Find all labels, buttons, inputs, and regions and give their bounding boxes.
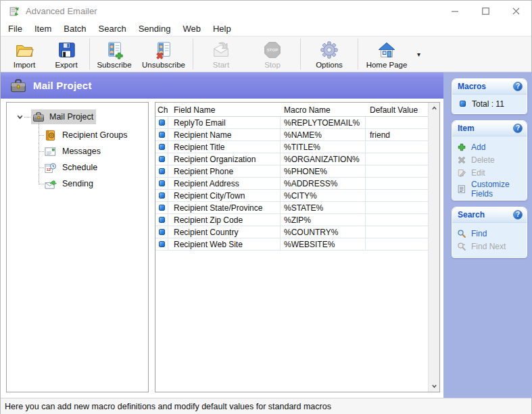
scroll-up-icon[interactable] [429,103,439,114]
subscribe-button[interactable]: Subscribe [92,37,137,71]
menu-file[interactable]: File [2,22,28,35]
default-value-cell[interactable] [366,117,428,128]
status-bar: Here you can add new macro definitions a… [1,398,531,414]
options-button[interactable]: Options [303,37,356,71]
column-header-default[interactable]: Default Value [366,105,428,115]
page-header: Mail Project [1,72,443,99]
default-value-cell[interactable]: friend [366,129,428,140]
table-row[interactable]: Recipient Web Site %WEBSITE% [155,238,428,251]
table-row[interactable]: Recipient Zip Code %ZIP% [155,214,428,226]
stop-sign-icon: STOP [262,40,283,60]
home-page-dropdown-icon[interactable]: ▾ [417,51,420,58]
customize-fields-action[interactable]: Customize Fields [457,182,523,195]
main-area: Mail Project Recipient Groups [1,99,443,398]
checkbox-icon[interactable] [159,156,165,162]
checkbox-icon[interactable] [159,144,165,150]
tree-node-messages[interactable]: Messages [7,143,148,159]
send-mail-icon [211,40,231,60]
table-row[interactable]: Recipient Organization %ORGANIZATION% [155,153,428,165]
table-body: ReplyTo Email %REPLYTOEMAIL% Recipient N… [155,117,428,251]
close-button[interactable] [501,1,531,21]
help-icon[interactable]: ? [513,124,523,133]
scroll-down-icon[interactable] [429,380,439,392]
toolbar-separator [89,38,90,70]
checkbox-icon[interactable] [159,168,165,174]
tree-node-mail-project[interactable]: Mail Project [7,108,148,126]
checkbox-icon[interactable] [159,205,165,211]
find-action[interactable]: Find [457,227,523,240]
default-value-cell[interactable] [366,190,428,201]
tree-node-sending[interactable]: Sending [7,176,148,192]
checkbox-icon[interactable] [159,120,165,126]
tree-selected-node[interactable]: Mail Project [31,109,96,124]
field-name-cell: Recipient State/Province [168,202,281,213]
briefcase-icon [9,77,27,95]
tree-node-recipient-groups[interactable]: Recipient Groups [7,127,148,143]
menu-sending[interactable]: Sending [132,22,177,35]
address-book-icon [44,129,57,142]
search-panel: Search ? Find Find Nex [452,207,527,258]
default-value-cell[interactable] [366,178,428,189]
default-value-cell[interactable] [366,214,428,226]
field-name-cell: Recipient Country [168,226,281,238]
checkbox-icon[interactable] [159,180,165,186]
unsubscribe-button[interactable]: Unsubscribe [137,37,191,71]
field-name-cell: ReplyTo Email [168,117,281,128]
tree-node-label: Mail Project [49,112,93,122]
default-value-cell[interactable] [366,165,428,177]
tree-node-schedule[interactable]: 12 Schedule [7,159,148,176]
checkbox-icon[interactable] [159,241,165,247]
menu-help[interactable]: Help [207,22,237,35]
field-name-cell: Recipient Title [168,141,281,153]
help-icon[interactable]: ? [513,82,523,91]
vertical-scrollbar[interactable] [428,103,439,392]
tree-expander-icon[interactable] [15,112,24,122]
menu-batch[interactable]: Batch [57,22,92,35]
field-name-cell: Recipient Organization [168,153,281,165]
default-value-cell[interactable] [366,202,428,213]
export-button[interactable]: Export [45,37,87,71]
table-row[interactable]: Recipient City/Town %CITY% [155,190,428,202]
import-button[interactable]: Import [3,37,45,71]
macro-name-cell: %TITLE% [281,141,366,153]
checkbox-icon[interactable] [159,192,165,199]
menu-item[interactable]: Item [28,22,57,35]
macro-table: Ch Field Name Macro Name Default Value R… [155,102,440,392]
default-value-cell[interactable] [366,238,428,250]
home-page-button[interactable]: Home Page [360,37,413,71]
column-header-ch[interactable]: Ch [155,105,168,115]
help-icon[interactable]: ? [513,210,523,219]
maximize-button[interactable] [470,1,501,21]
table-row[interactable]: Recipient Phone %PHONE% [155,165,428,178]
default-value-cell[interactable] [366,141,428,153]
window-title: Advanced Emailer [26,6,97,16]
checkbox-icon[interactable] [159,132,165,138]
column-header-field[interactable]: Field Name [168,105,281,115]
table-row[interactable]: Recipient Country %COUNTRY% [155,226,428,238]
menu-search[interactable]: Search [93,22,132,35]
table-header: Ch Field Name Macro Name Default Value [155,103,428,117]
minimize-button[interactable] [440,1,470,21]
default-value-cell[interactable] [366,153,428,165]
calendar-clock-icon: 12 [44,161,57,174]
column-header-macro[interactable]: Macro Name [281,105,366,115]
toolbar-separator [193,38,193,70]
table-row[interactable]: Recipient State/Province %STATE% [155,202,428,214]
table-row[interactable]: Recipient Title %TITLE% [155,141,428,153]
menu-web[interactable]: Web [176,22,207,35]
add-action[interactable]: Add [457,140,523,153]
message-envelope-icon [44,145,57,158]
start-button: Start [195,37,247,71]
checkbox-icon[interactable] [159,229,165,235]
field-name-cell: Recipient City/Town [168,190,281,201]
table-row[interactable]: ReplyTo Email %REPLYTOEMAIL% [155,117,428,129]
default-value-cell[interactable] [366,226,428,238]
macro-name-cell: %WEBSITE% [281,238,366,250]
table-row[interactable]: Recipient Address %ADDRESS% [155,178,428,190]
table-row[interactable]: Recipient Name %NAME% friend [155,129,428,141]
field-name-cell: Recipient Address [168,178,281,189]
checkbox-icon[interactable] [159,217,165,223]
macros-panel-title: Macros [458,82,513,91]
macros-total-label: Total : 11 [472,99,504,109]
sending-envelope-icon [44,178,57,190]
